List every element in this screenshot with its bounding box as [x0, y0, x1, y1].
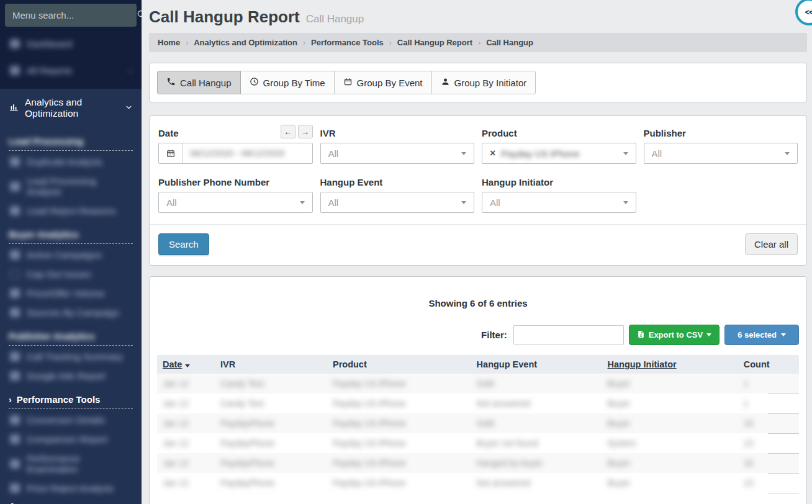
table-row[interactable]: Jan 12 PaydayPhone Payday US iPhone Sold…	[157, 413, 799, 433]
breadcrumb-home[interactable]: Home	[158, 38, 180, 47]
date-prev-button[interactable]: ←	[281, 125, 295, 138]
cell-hangup-event: Buyer not found	[477, 438, 538, 448]
cell-count: 16	[744, 458, 754, 468]
column-header-product[interactable]: Product	[327, 355, 471, 374]
menu-item-icon	[10, 415, 20, 425]
table-row[interactable]: Jan 12 PaydayPhone Payday US iPhone Not …	[157, 473, 799, 493]
column-header-empty	[768, 355, 799, 374]
date-range-value: 08/12/2020 - 08/12/2020	[183, 148, 292, 158]
search-icon	[136, 9, 142, 22]
table-row[interactable]: Jan 12 Candy Test Payday US iPhone Sold …	[157, 374, 799, 394]
hangup-initiator-select[interactable]: All	[482, 192, 636, 213]
columns-selected-button[interactable]: 6 selected	[724, 325, 799, 345]
page-subtitle: Call Hangup	[306, 13, 364, 25]
date-next-button[interactable]: →	[298, 125, 313, 138]
breadcrumb-call-hangup[interactable]: Call Hangup	[486, 38, 533, 47]
results-card: Showing 6 of 6 entries Filter: Export to…	[149, 276, 807, 504]
export-to-csv-button[interactable]: Export to CSV	[629, 325, 720, 345]
hangup-event-select[interactable]: All	[320, 192, 475, 213]
breadcrumb-analytics[interactable]: Analytics and Optimization	[194, 38, 297, 47]
sidebar-item-label: Google Ads Report	[27, 371, 106, 381]
sidebar-item[interactable]: Cap Out Issues	[0, 264, 142, 284]
sidebar-item-call-hangup-report[interactable]: Call Hangup Report	[0, 498, 142, 504]
tab-group-by-initiator[interactable]: Group By Initiator	[432, 71, 536, 94]
tab-label: Group By Time	[263, 78, 325, 88]
cell-hangup-initiator: Buyer	[608, 418, 631, 428]
filters-card: Date ← → 08/12/2020 - 08/12/2020	[149, 115, 807, 266]
cell-hangup-initiator: Buyer	[608, 379, 631, 389]
sidebar-item[interactable]: Call Tracking Summary	[0, 347, 142, 366]
sidebar-item[interactable]: Lead Reject Reasons	[0, 201, 142, 220]
breadcrumb-call-hangup-report[interactable]: Call Hangup Report	[397, 38, 472, 47]
sidebar-item-all-reports[interactable]: All Reports ›	[0, 61, 142, 80]
publisher-select[interactable]: All	[644, 143, 798, 164]
cell-hangup-initiator: Buyer	[608, 398, 631, 408]
sidebar-item[interactable]: Comparison Report	[0, 430, 142, 449]
clear-all-button[interactable]: Clear all	[745, 233, 798, 255]
sidebar-section-lead-processing[interactable]: Lead Processing	[9, 131, 133, 151]
cell-hangup-event: Sold	[477, 379, 494, 389]
sidebar-item[interactable]: Duplicate Analysis	[0, 152, 142, 171]
sidebar-item-label: Sources By Campaign	[27, 307, 119, 318]
column-header-hangup-initiator[interactable]: Hangup Initiator	[602, 355, 738, 374]
chevron-down-icon	[461, 152, 466, 155]
search-button[interactable]: Search	[158, 233, 209, 255]
product-select[interactable]: × Payday US iPhone	[482, 143, 636, 164]
sidebar-section-publisher-analytics[interactable]: Publisher Analytics	[9, 326, 133, 346]
sidebar-item-label: Lead Reject Reasons	[27, 205, 115, 216]
column-header-count[interactable]: Count	[738, 355, 769, 374]
sidebar-item[interactable]: Performance Examination	[0, 449, 142, 479]
table-row[interactable]: Jan 12 PaydayPhone Payday US iPhone Hang…	[157, 453, 799, 473]
menu-item-icon	[10, 308, 20, 317]
table-filter-input[interactable]	[513, 325, 624, 344]
cell-count: 13	[744, 438, 754, 448]
ivr-select[interactable]: All	[320, 143, 475, 164]
cell-product: Payday US iPhone	[333, 438, 406, 448]
column-header-ivr[interactable]: IVR	[215, 355, 327, 374]
sidebar-item[interactable]: Conversion Details	[0, 410, 142, 430]
publisher-phone-select[interactable]: All	[158, 192, 313, 213]
sidebar-item[interactable]: Price Reject Analysis	[0, 479, 142, 498]
sidebar-item[interactable]: Lead Processing Analysis	[0, 171, 142, 201]
cell-hangup-event: Not answered	[477, 398, 530, 408]
tab-call-hangup[interactable]: Call Hangup	[157, 71, 241, 94]
clock-icon	[250, 77, 259, 88]
cell-date: Jan 12	[163, 379, 189, 389]
hangup-initiator-selected-value: All	[490, 197, 500, 208]
menu-search-box[interactable]	[5, 4, 137, 27]
cell-ivr: PaydayPhone	[220, 478, 274, 488]
sidebar-section-buyer-analytics[interactable]: Buyer Analytics	[9, 224, 133, 244]
date-range-input[interactable]: 08/12/2020 - 08/12/2020	[158, 143, 313, 164]
menu-item-icon	[10, 459, 20, 469]
breadcrumb-performance-tools[interactable]: Performance Tools	[311, 38, 384, 47]
table-row[interactable]: Jan 12 PaydayPhone Payday US iPhone Buye…	[157, 433, 799, 453]
sidebar-item[interactable]: Price/Offer Volume	[0, 284, 142, 303]
menu-item-icon	[10, 434, 20, 444]
sidebar-top-section: Dashboard All Reports ›	[0, 0, 142, 89]
column-header-hangup-event[interactable]: Hangup Event	[471, 355, 602, 374]
table-row[interactable]: Jan 12 Candy Test Payday US iPhone Not a…	[157, 394, 799, 413]
page-title: Call Hangup Report	[149, 7, 300, 27]
cell-ivr: Candy Test	[220, 379, 264, 389]
sidebar-item-dashboard[interactable]: Dashboard	[0, 34, 142, 53]
sidebar-item[interactable]: Sources By Campaign	[0, 303, 142, 322]
column-header-date[interactable]: Date	[157, 355, 215, 374]
chevron-down-icon	[623, 201, 628, 204]
menu-search-input[interactable]	[12, 10, 136, 20]
tab-group-by-event[interactable]: Group By Event	[335, 71, 432, 94]
sidebar-item-label: Cap Out Issues	[27, 269, 91, 279]
sidebar-section-performance-tools[interactable]: › Performance Tools	[9, 389, 133, 409]
export-label: Export to CSV	[649, 330, 703, 340]
sidebar-group-analytics[interactable]: Analytics and Optimization	[0, 89, 142, 127]
sidebar-item[interactable]: Active Campaigns	[0, 245, 142, 264]
selected-label: 6 selected	[738, 330, 777, 340]
table-header-row: Date IVR Product Hangup Event Hangup Ini…	[157, 355, 799, 374]
clear-selection-icon[interactable]: ×	[490, 148, 495, 159]
chevron-down-icon	[623, 152, 628, 155]
chevron-down-icon	[781, 333, 786, 336]
sidebar-item[interactable]: Google Ads Report	[0, 366, 142, 385]
date-label: Date	[158, 128, 179, 138]
bar-chart-icon	[9, 102, 19, 115]
sidebar: Dashboard All Reports › Analytics and Op…	[0, 0, 142, 504]
tab-group-by-time[interactable]: Group By Time	[241, 71, 335, 94]
